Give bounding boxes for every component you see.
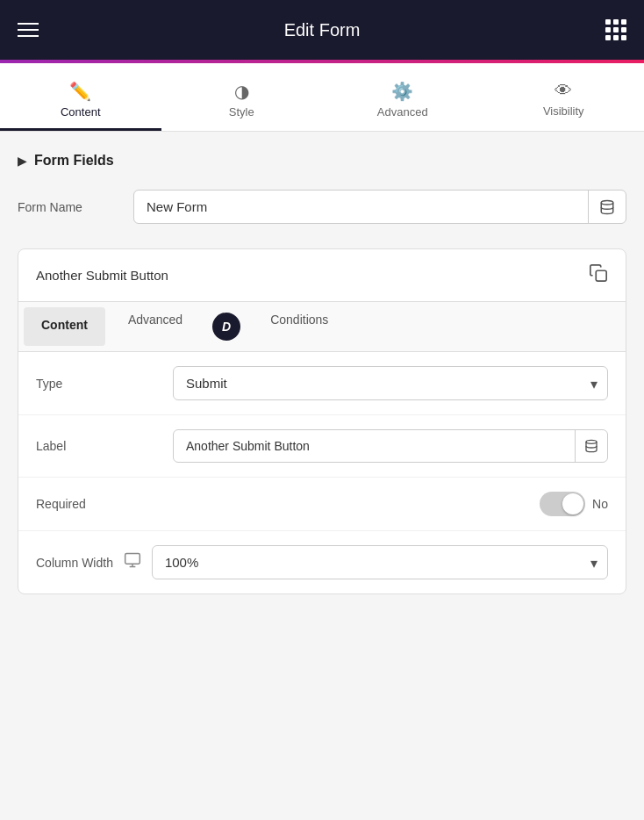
label-field-row: Label bbox=[18, 415, 626, 478]
tab-content-label: Content bbox=[61, 105, 101, 119]
header: Edit Form bbox=[0, 0, 644, 60]
type-field-row: Type Submit Reset Button ▾ bbox=[18, 352, 626, 415]
form-fields-section: ▶ Form Fields bbox=[18, 153, 626, 169]
form-card: Another Submit Button Content Advanced D… bbox=[18, 248, 626, 594]
svg-rect-3 bbox=[125, 554, 140, 565]
form-name-db-icon[interactable] bbox=[588, 191, 626, 223]
tab-advanced[interactable]: ⚙️ Advanced bbox=[322, 70, 483, 131]
tab-content[interactable]: ✏️ Content bbox=[0, 70, 161, 131]
tab-advanced-label: Advanced bbox=[377, 105, 428, 119]
eye-icon: 👁 bbox=[555, 81, 572, 101]
copy-icon[interactable] bbox=[589, 263, 608, 287]
tab-visibility[interactable]: 👁 Visibility bbox=[483, 70, 645, 131]
column-width-label: Column Width bbox=[36, 556, 113, 570]
card-tab-conditions[interactable]: Conditions bbox=[253, 302, 346, 351]
main-tabs: ✏️ Content ◑ Style ⚙️ Advanced 👁 Visibil… bbox=[0, 63, 644, 132]
required-toggle-wrapper: No bbox=[540, 492, 608, 516]
card-title: Another Submit Button bbox=[36, 268, 168, 283]
form-name-label: Form Name bbox=[18, 200, 123, 214]
label-field-value bbox=[173, 429, 608, 463]
monitor-icon bbox=[124, 551, 141, 573]
tab-style-label: Style bbox=[229, 105, 254, 119]
section-collapse-arrow[interactable]: ▶ bbox=[18, 154, 27, 168]
pencil-icon: ✏️ bbox=[69, 81, 91, 102]
card-tabs: Content Advanced D Conditions bbox=[18, 302, 626, 352]
svg-rect-1 bbox=[596, 270, 606, 281]
page-title: Edit Form bbox=[284, 20, 361, 40]
label-input[interactable] bbox=[174, 430, 575, 462]
section-title: Form Fields bbox=[34, 153, 114, 169]
tab-style[interactable]: ◑ Style bbox=[161, 70, 323, 131]
card-header: Another Submit Button bbox=[18, 249, 626, 302]
form-name-input-wrapper bbox=[133, 190, 626, 224]
column-width-row: Column Width 100% 75% 50% 33% bbox=[18, 531, 626, 593]
required-toggle[interactable] bbox=[540, 492, 585, 516]
svg-point-0 bbox=[601, 200, 613, 205]
type-select[interactable]: Submit Reset Button bbox=[173, 366, 608, 400]
gear-icon: ⚙️ bbox=[391, 81, 413, 102]
label-input-wrapper bbox=[173, 429, 608, 463]
dynamic-d-label: D bbox=[222, 320, 231, 334]
card-tab-dynamic[interactable]: D bbox=[200, 307, 253, 346]
label-label: Label bbox=[36, 439, 159, 453]
toggle-thumb bbox=[562, 493, 583, 514]
hamburger-menu-button[interactable] bbox=[18, 23, 39, 37]
column-width-select-wrapper: 100% 75% 50% 33% 25% ▾ bbox=[152, 545, 608, 579]
column-width-select-inner: 100% 75% 50% 33% 25% ▾ bbox=[152, 545, 608, 579]
required-toggle-label: No bbox=[592, 497, 608, 511]
svg-point-2 bbox=[586, 440, 597, 443]
type-select-wrapper: Submit Reset Button ▾ bbox=[173, 366, 608, 400]
card-tab-content[interactable]: Content bbox=[24, 307, 105, 346]
main-content: ▶ Form Fields Form Name Another Submit B… bbox=[0, 132, 644, 615]
card-tab-advanced[interactable]: Advanced bbox=[111, 302, 200, 351]
half-circle-icon: ◑ bbox=[234, 81, 249, 102]
type-field-value: Submit Reset Button ▾ bbox=[173, 366, 608, 400]
required-field-row: Required No bbox=[18, 478, 626, 531]
form-name-row: Form Name bbox=[18, 190, 626, 224]
form-name-input[interactable] bbox=[134, 191, 588, 223]
card-content: Type Submit Reset Button ▾ Label bbox=[18, 352, 626, 593]
tab-visibility-label: Visibility bbox=[543, 104, 584, 118]
required-label: Required bbox=[36, 497, 159, 511]
column-width-select[interactable]: 100% 75% 50% 33% 25% bbox=[152, 545, 608, 579]
type-label: Type bbox=[36, 377, 159, 391]
label-db-icon[interactable] bbox=[575, 430, 607, 462]
apps-grid-button[interactable] bbox=[605, 19, 626, 40]
dynamic-d-icon: D bbox=[212, 313, 240, 341]
